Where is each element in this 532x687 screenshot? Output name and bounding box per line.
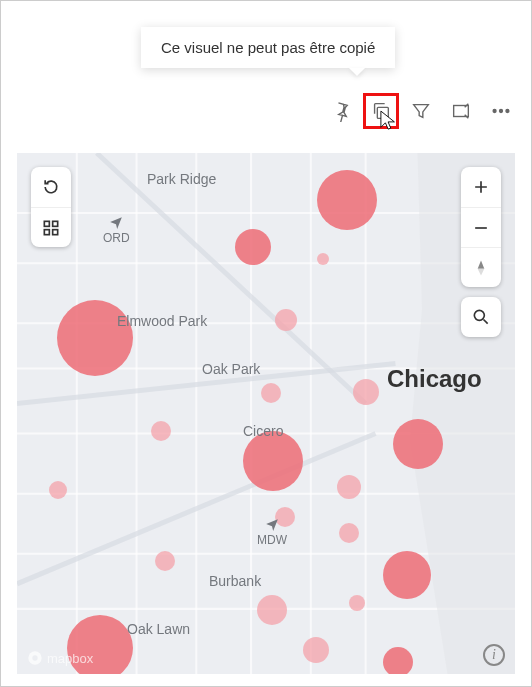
- svg-point-4: [506, 110, 509, 113]
- extent-icon: [41, 218, 61, 238]
- airport-ord: ORD: [103, 215, 130, 245]
- data-bubble[interactable]: [353, 379, 379, 405]
- data-bubble[interactable]: [303, 637, 329, 663]
- svg-rect-24: [44, 229, 49, 234]
- svg-point-2: [493, 110, 496, 113]
- focus-icon: [450, 100, 472, 122]
- airport-mdw: MDW: [257, 517, 287, 547]
- filter-icon: [410, 100, 432, 122]
- data-bubble[interactable]: [383, 551, 431, 599]
- data-bubble[interactable]: [317, 170, 377, 230]
- label-oak-park: Oak Park: [202, 361, 260, 377]
- label-park-ridge: Park Ridge: [147, 171, 216, 187]
- data-bubble[interactable]: [49, 481, 67, 499]
- data-bubble[interactable]: [337, 475, 361, 499]
- data-bubble[interactable]: [243, 431, 303, 491]
- svg-rect-1: [454, 106, 469, 117]
- svg-rect-22: [44, 221, 49, 226]
- fit-extent-button[interactable]: [31, 207, 71, 247]
- copy-visual-button[interactable]: [363, 93, 399, 129]
- label-chicago: Chicago: [387, 365, 482, 393]
- svg-point-3: [500, 110, 503, 113]
- data-bubble[interactable]: [393, 419, 443, 469]
- data-bubble[interactable]: [57, 300, 133, 376]
- airport-ord-code: ORD: [103, 231, 130, 245]
- label-oak-lawn: Oak Lawn: [127, 621, 190, 637]
- ellipsis-icon: [490, 100, 512, 122]
- data-bubble[interactable]: [151, 421, 171, 441]
- map-info-button[interactable]: i: [483, 644, 505, 666]
- data-bubble[interactable]: [317, 253, 329, 265]
- data-bubble[interactable]: [155, 551, 175, 571]
- selection-zoom-button[interactable]: [461, 297, 501, 337]
- mapbox-logo-icon: [27, 650, 43, 666]
- data-bubble[interactable]: [383, 647, 413, 674]
- copy-icon: [370, 100, 392, 122]
- pin-button[interactable]: [323, 93, 359, 129]
- label-burbank: Burbank: [209, 573, 261, 589]
- rotate-icon: [41, 177, 61, 197]
- visual-toolbar: [323, 93, 519, 129]
- svg-rect-23: [53, 221, 58, 226]
- zoom-in-button[interactable]: [461, 167, 501, 207]
- minus-icon: [471, 218, 491, 238]
- tooltip-cannot-copy: Ce visuel ne peut pas être copié: [141, 27, 395, 68]
- compass-button[interactable]: [461, 247, 501, 287]
- compass-icon: [471, 258, 491, 278]
- data-bubble[interactable]: [275, 309, 297, 331]
- mapbox-attribution-text: mapbox: [47, 651, 93, 666]
- focus-mode-button[interactable]: [443, 93, 479, 129]
- plane-icon: [109, 215, 123, 229]
- data-bubble[interactable]: [257, 595, 287, 625]
- data-bubble[interactable]: [349, 595, 365, 611]
- plane-icon: [265, 517, 279, 531]
- more-options-button[interactable]: [483, 93, 519, 129]
- svg-rect-25: [53, 229, 58, 234]
- magnifier-icon: [471, 307, 491, 327]
- map-canvas[interactable]: Park Ridge Elmwood Park Oak Park Chicago…: [17, 153, 515, 674]
- tooltip-text: Ce visuel ne peut pas être copié: [161, 39, 375, 56]
- map-nav-controls: [31, 167, 71, 247]
- airport-mdw-code: MDW: [257, 533, 287, 547]
- data-bubble[interactable]: [235, 229, 271, 265]
- plus-icon: [471, 177, 491, 197]
- map-zoom-controls: [461, 167, 501, 337]
- svg-rect-0: [377, 107, 388, 118]
- rotate-button[interactable]: [31, 167, 71, 207]
- svg-point-28: [32, 655, 37, 660]
- data-bubble[interactable]: [261, 383, 281, 403]
- data-bubble[interactable]: [339, 523, 359, 543]
- zoom-out-button[interactable]: [461, 207, 501, 247]
- mapbox-attribution: mapbox: [27, 650, 93, 666]
- label-cicero: Cicero: [243, 423, 283, 439]
- label-elmwood-park: Elmwood Park: [117, 313, 207, 329]
- pin-icon: [330, 100, 352, 122]
- svg-point-26: [474, 310, 484, 320]
- filter-button[interactable]: [403, 93, 439, 129]
